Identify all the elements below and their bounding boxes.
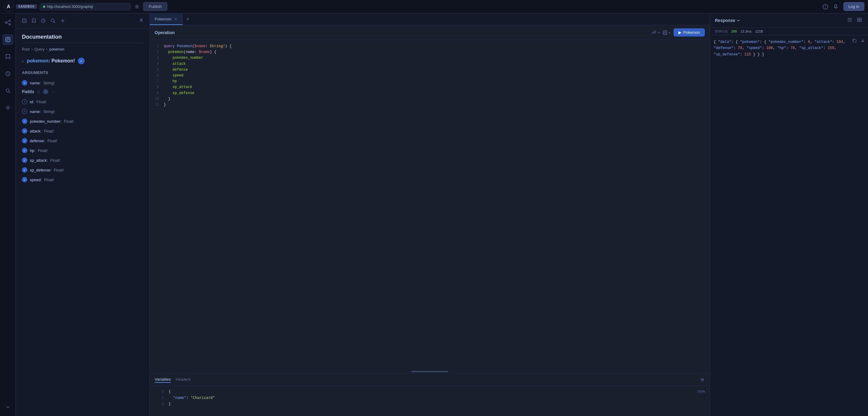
var-expand-button[interactable] <box>700 377 705 383</box>
doc-bookmark-icon-btn[interactable] <box>32 18 36 23</box>
field-add-icon[interactable]: + <box>22 99 27 105</box>
bookmark-icon2 <box>32 18 36 23</box>
field-type: Float! <box>44 178 54 182</box>
field-row: ✓ sp_attack: Float! <box>16 155 149 165</box>
field-name: hp: <box>30 148 35 153</box>
fields-more-btn[interactable]: ··· <box>52 89 57 94</box>
line-number: 2 <box>159 395 168 401</box>
svg-rect-31 <box>857 20 859 22</box>
response-body: { "data": { "pokemon": { "pokedex_number… <box>710 35 868 416</box>
code-line: 9 sp_defense <box>150 90 710 96</box>
tab-label: Pokemon <box>155 17 172 21</box>
chevron-down-icon2 <box>668 31 671 34</box>
url-bar[interactable]: http://localhost:3000/graphql <box>39 3 131 10</box>
settings2-icon-button[interactable] <box>2 102 13 113</box>
line-number: 10 <box>155 96 164 102</box>
svg-point-3 <box>5 22 7 24</box>
field-row: + id: Float! <box>16 97 149 107</box>
svg-text:?: ? <box>825 5 826 8</box>
bookmark-icon-button[interactable] <box>2 51 13 62</box>
operation-title: Operation <box>155 30 175 35</box>
response-list-view-btn[interactable] <box>846 17 854 24</box>
field-keyword: pokemon <box>27 58 49 63</box>
field-check-icon[interactable]: ✓ <box>22 138 27 143</box>
response-json: { "data": { "pokemon": { "pokedex_number… <box>714 39 864 58</box>
line-number: 1 <box>155 43 164 49</box>
field-check-icon[interactable]: ✓ <box>22 148 27 153</box>
run-button[interactable]: ▶ Pokemon <box>674 28 705 36</box>
variables-header: Variables Headers <box>150 374 710 386</box>
line-number: 9 <box>155 90 164 96</box>
status-code: 200 <box>731 30 737 33</box>
back-button[interactable]: ‹ <box>22 58 24 64</box>
graph-icon-button[interactable] <box>2 17 13 28</box>
code-content: { <box>168 389 171 395</box>
svg-line-7 <box>7 23 9 24</box>
tab-close-button[interactable]: × <box>174 17 178 21</box>
field-check-icon[interactable]: ✓ <box>22 167 27 173</box>
docs-icon <box>5 37 11 42</box>
publish-button[interactable]: Publish <box>143 2 168 11</box>
scrollbar-thumb[interactable] <box>411 371 448 372</box>
doc-divider <box>22 42 143 43</box>
doc-back-section: ‹ pokemon: Pokemon! ✓ <box>16 56 149 69</box>
field-row: ✓ hp: Float! <box>16 146 149 155</box>
field-check-icon[interactable]: ✓ <box>22 177 27 182</box>
docs-icon-button[interactable] <box>2 34 13 45</box>
graph-icon <box>5 20 11 26</box>
breadcrumb-query[interactable]: Query <box>34 47 44 52</box>
variables-editor[interactable]: 1{2 "name": "Charizard"3} JSON <box>150 386 710 416</box>
tab-pokemon[interactable]: Pokemon × <box>150 13 183 25</box>
svg-point-0 <box>136 6 138 8</box>
save-icon-button[interactable] <box>662 30 671 35</box>
code-content: speed <box>164 73 184 79</box>
svg-line-14 <box>9 92 10 93</box>
line-number: 5 <box>155 67 164 73</box>
field-check-icon[interactable]: ✓ <box>22 128 27 134</box>
doc-search-icon-btn[interactable] <box>51 18 55 23</box>
doc-pages-icon-btn[interactable] <box>22 18 27 23</box>
response-download-button[interactable] <box>861 38 865 43</box>
svg-rect-33 <box>854 39 856 42</box>
breadcrumb-root[interactable]: Root <box>22 47 30 52</box>
field-check-icon[interactable]: ✓ <box>22 118 27 124</box>
field-check-icon[interactable]: ✓ <box>22 157 27 163</box>
main-layout: Documentation Root › Query › pokemon ‹ p… <box>0 13 868 416</box>
login-button[interactable]: Log in <box>843 2 864 11</box>
status-bar: STATUS 200 13.3ms 121B <box>710 28 868 35</box>
search-icon-button[interactable] <box>2 85 13 96</box>
field-type: Float! <box>54 168 64 172</box>
top-bar: A SANDBOX http://localhost:3000/graphql … <box>0 0 868 13</box>
notifications-icon-button[interactable] <box>833 4 838 9</box>
field-type: Float! <box>50 158 60 162</box>
code-line: 7 hp <box>150 79 710 84</box>
bookmark-icon <box>5 54 10 59</box>
doc-history-icon-btn[interactable] <box>41 18 45 23</box>
response-copy-button[interactable] <box>852 38 857 43</box>
response-grid-view-btn[interactable] <box>856 17 863 24</box>
tab-add-button[interactable]: + <box>183 14 193 25</box>
line-number: 8 <box>155 84 164 90</box>
doc-panel-icons <box>22 18 65 23</box>
doc-settings-icon-btn[interactable] <box>60 18 65 23</box>
tab-variables[interactable]: Variables <box>155 377 171 383</box>
doc-panel-content: Documentation Root › Query › pokemon ‹ p… <box>16 28 149 416</box>
collapse-panel-button[interactable] <box>138 18 143 24</box>
settings-icon-button[interactable] <box>133 3 141 10</box>
code-content: } <box>164 102 166 108</box>
code-editor[interactable]: 1query Pokemon($name: String!) {2 pokemo… <box>150 40 710 372</box>
tab-headers[interactable]: Headers <box>176 377 190 383</box>
var-tabs: Variables Headers <box>155 377 190 383</box>
expand-icon-button[interactable] <box>2 402 13 412</box>
code-line: 1query Pokemon($name: String!) { <box>150 43 710 49</box>
share-icon-button[interactable] <box>652 30 660 35</box>
json-label: JSON <box>697 389 705 395</box>
fields-minus-btn[interactable]: − <box>43 89 49 94</box>
svg-point-15 <box>7 107 9 109</box>
help-icon-button[interactable]: ? <box>823 4 828 9</box>
code-line: 10 } <box>150 96 710 102</box>
history-icon-button[interactable] <box>2 68 13 79</box>
line-number: 4 <box>155 61 164 67</box>
breadcrumb-sep1: › <box>31 47 33 52</box>
field-add-icon[interactable]: + <box>22 109 27 114</box>
